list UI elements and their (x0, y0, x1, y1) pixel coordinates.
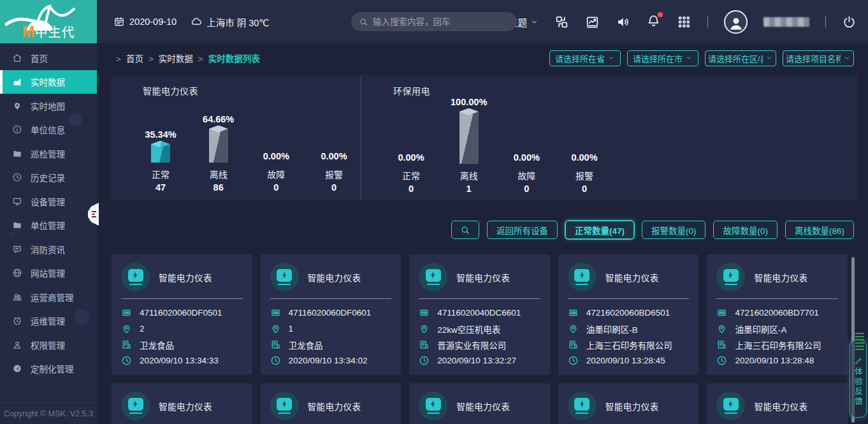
org-switch-icon[interactable] (554, 15, 569, 29)
compass-icon (12, 363, 22, 374)
info-icon (12, 124, 22, 135)
device-type-title: 智能电力仪表 (308, 400, 361, 413)
filter-select[interactable]: 请选择所在省 (549, 50, 621, 66)
device-filter-button[interactable]: 离线数量(86) (785, 221, 854, 239)
device-company: 晋源实业有限公司 (437, 339, 506, 351)
pin-icon (12, 101, 22, 111)
device-card[interactable]: 智能电力仪表 47216020060BD7301 (112, 383, 252, 424)
device-toolbar: 返回所有设备 正常数量(47) 报警数量(0) 故障数量(0) 离线数量(86) (111, 221, 854, 239)
sidebar-item[interactable]: 消防资讯 (0, 237, 97, 261)
card-divider (270, 298, 392, 299)
stat-category-label: 离线 (210, 168, 228, 180)
notifications-button[interactable] (646, 13, 661, 31)
card-divider (568, 298, 690, 299)
barcode-icon (716, 307, 727, 318)
stat-percentage: 35.34% (145, 129, 176, 140)
device-card[interactable]: 智能电力仪表 47116019110A53501 (558, 383, 699, 424)
device-filter-button[interactable]: 报警数量(0) (642, 221, 706, 239)
device-type-badge (419, 263, 447, 291)
divider (825, 16, 826, 27)
device-timestamp: 2020/09/10 13:34:02 (289, 356, 368, 365)
device-location-row: 22kw空压机电表 (419, 321, 540, 337)
sidebar: 首页 实时数据 实时地图 单位信息 巡检管理 (0, 43, 97, 424)
breadcrumb-item[interactable]: 实时数据列表 (193, 52, 260, 64)
device-company: 上海三石印务有限公司 (586, 339, 672, 351)
status-stat-column: 0.00% 故障 0 (249, 151, 303, 193)
device-company-row: 晋源实业有限公司 (419, 337, 540, 353)
feedback-tab[interactable]: 体验反馈 (850, 340, 867, 418)
device-card[interactable]: 智能电力仪表 86105004609709650 (261, 383, 401, 424)
sidebar-item[interactable]: 单位管理 (0, 214, 97, 238)
device-card[interactable]: 智能电力仪表 47116020040DC6601 22kw空压机电表 晋源实业有… (409, 254, 550, 375)
device-timestamp: 2020/09/10 13:34:33 (140, 356, 219, 365)
filter-select[interactable]: 请选择所在区/县 (705, 50, 776, 66)
search-icon (359, 17, 368, 27)
device-filter-button[interactable]: 正常数量(47) (565, 221, 634, 239)
device-card-header: 智能电力仪表 (270, 263, 392, 291)
device-id-row: 47216020060BD7701 (716, 305, 838, 321)
device-card[interactable]: 智能电力仪表 86105004611324050 (409, 383, 550, 424)
sidebar-item[interactable]: 权限管理 (0, 333, 97, 357)
breadcrumb-item[interactable]: 实时数据 (143, 52, 193, 64)
clock-icon (270, 355, 281, 366)
sidebar-item[interactable]: 运维管理 (0, 309, 97, 333)
sidebar-item[interactable]: 网站管理 (0, 261, 97, 286)
device-type-title: 智能电力仪表 (605, 271, 659, 284)
search-devices-button[interactable] (451, 221, 479, 239)
stat-percentage: 0.00% (514, 152, 540, 163)
device-card[interactable]: 智能电力仪表 47216020060BD7701 油墨印刷区-A 上海三石印务有… (707, 254, 848, 375)
sidebar-item[interactable]: 首页 (0, 46, 97, 70)
user-avatar[interactable] (724, 10, 748, 34)
sidebar-item[interactable]: 运营商管理 (0, 285, 97, 309)
device-card[interactable]: 智能电力仪表 47116020060DF0601 1 卫龙食品 202 (261, 254, 401, 375)
globe-icon (12, 268, 22, 278)
device-location: 油墨印刷区-A (735, 323, 786, 335)
device-filter-button[interactable]: 故障数量(0) (713, 221, 778, 239)
device-card[interactable]: 智能电力仪表 47116020060DF0501 2 卫龙食品 202 (112, 254, 252, 375)
stat-count: 0 (409, 184, 414, 194)
sidebar-item[interactable]: 实时数据 (0, 70, 97, 94)
device-type-title: 智能电力仪表 (159, 400, 212, 413)
search-input[interactable] (373, 17, 509, 27)
device-company-row: 上海三石印务有限公司 (716, 337, 838, 353)
device-location-row: 油墨印刷区-A (716, 321, 838, 337)
device-card-header: 智能电力仪表 (568, 263, 690, 291)
app-logo[interactable]: M 中生代 (0, 0, 97, 43)
filter-select[interactable]: 请选择所在市 (627, 50, 698, 66)
device-location: 1 (289, 324, 294, 333)
sound-icon[interactable] (616, 15, 630, 29)
clock-icon (568, 355, 579, 366)
device-card[interactable]: 智能电力仪表 47116020040DC8001 (707, 383, 848, 424)
logout-power-icon[interactable] (842, 15, 857, 29)
sidebar-item[interactable]: 设备管理 (0, 189, 97, 214)
apps-grid-icon[interactable] (677, 15, 691, 29)
sidebar-item[interactable]: 单位信息 (0, 118, 97, 142)
stat-count: 1 (467, 184, 472, 194)
search-icon (460, 225, 470, 235)
sidebar-item[interactable]: 定制化管理 (0, 357, 97, 381)
device-company: 卫龙食品 (289, 339, 323, 351)
status-stat-column: 0.00% 报警 0 (307, 151, 361, 193)
barcode-icon (419, 307, 430, 318)
report-chart-icon[interactable] (585, 15, 600, 29)
location-pin-icon (121, 323, 132, 334)
device-id: 47216020060BD6501 (586, 308, 670, 318)
breadcrumb-item[interactable]: 首页 (111, 52, 143, 64)
cloud-icon (191, 16, 202, 27)
sidebar-item-label: 单位管理 (31, 219, 65, 231)
filter-select[interactable]: 请选择项目名称 (783, 50, 854, 66)
device-card[interactable]: 智能电力仪表 47216020060BD6501 油墨印刷区-B 上海三石印务有… (558, 254, 699, 375)
sidebar-item[interactable]: 实时地图 (0, 94, 97, 118)
sidebar-item[interactable]: 历史记录 (0, 166, 97, 190)
sidebar-item-label: 单位信息 (31, 123, 65, 136)
filter-label: 请选择所在省 (555, 52, 605, 64)
stat-count: 0 (582, 184, 587, 194)
device-id-row: 47216020060BD6501 (568, 305, 690, 321)
sidebar-item-label: 历史记录 (31, 171, 65, 184)
barcode-icon (568, 307, 579, 318)
device-card-header: 智能电力仪表 (121, 391, 243, 420)
device-filter-button[interactable]: 返回所有设备 (487, 221, 558, 239)
device-company-row: 卫龙食品 (121, 337, 243, 353)
sidebar-item[interactable]: 巡检管理 (0, 142, 97, 166)
location-pin-icon (568, 323, 579, 334)
